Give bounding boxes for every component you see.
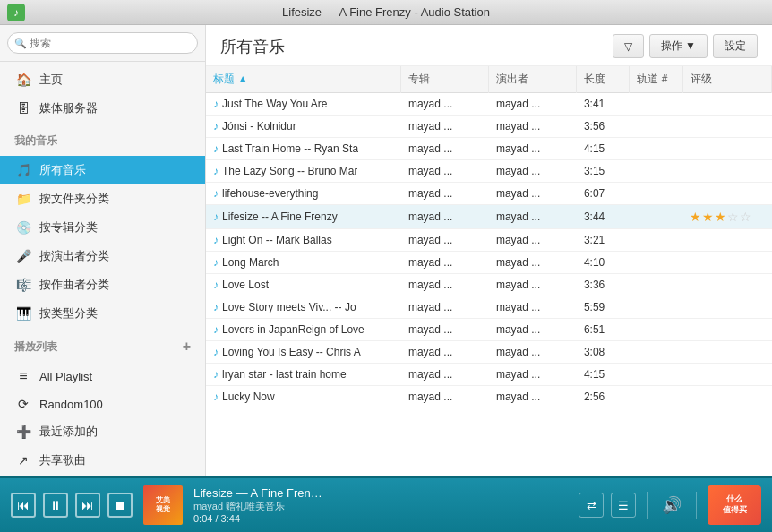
track-rating <box>682 138 771 160</box>
brand-logo: 什么 值得买 <box>708 485 761 525</box>
composer-icon: 🎼 <box>14 278 32 292</box>
search-wrapper: 🔍 <box>7 32 198 54</box>
table-row[interactable]: ♪Loving You Is Easy -- Chris Amayad ...m… <box>206 341 772 364</box>
track-album: mayad ... <box>401 341 489 364</box>
sidebar-item-by-album[interactable]: 💿 按专辑分类 <box>0 213 205 242</box>
track-title: lifehouse-everything <box>222 187 318 200</box>
track-music-icon: ♪ <box>213 256 219 269</box>
search-input[interactable] <box>7 32 198 54</box>
genre-icon: 🎹 <box>14 306 32 321</box>
track-artist: mayad ... <box>489 183 577 205</box>
table-row[interactable]: ♪Jónsi - Kolnidurmayad ...mayad ...3:56 <box>206 116 772 138</box>
col-duration[interactable]: 长度 <box>577 66 630 93</box>
track-artist: mayad ... <box>489 341 577 364</box>
sidebar-item-home[interactable]: 🏠 主页 <box>0 65 205 94</box>
track-title: Love Lost <box>222 279 269 291</box>
col-rating[interactable]: 评级 <box>682 66 771 93</box>
table-row[interactable]: ♪Lucky Nowmayad ...mayad ...2:56 <box>206 386 772 408</box>
sidebar-item-by-artist[interactable]: 🎤 按演出者分类 <box>0 242 205 270</box>
track-album: mayad ... <box>401 386 489 408</box>
track-rating <box>682 116 771 138</box>
track-title: Long March <box>222 256 279 269</box>
track-music-icon: ♪ <box>213 346 219 358</box>
track-artist: mayad ... <box>489 296 577 319</box>
header-buttons: ▽ 操作 ▼ 設定 <box>613 34 758 58</box>
col-title[interactable]: 标题 ▲ <box>206 66 401 93</box>
actions-button[interactable]: 操作 ▼ <box>649 34 708 58</box>
sidebar-item-media-server[interactable]: 🗄 媒体服务器 <box>0 94 205 123</box>
track-music-icon: ♪ <box>213 187 219 200</box>
track-album: mayad ... <box>401 183 489 205</box>
track-number <box>630 319 682 341</box>
all-playlist-icon: ≡ <box>14 368 32 384</box>
table-row[interactable]: ♪lryan star - last train homemayad ...ma… <box>206 364 772 386</box>
track-title: Jónsi - Kolnidur <box>222 120 296 133</box>
sidebar-item-by-folder[interactable]: 📁 按文件夹分类 <box>0 184 205 213</box>
queue-button[interactable]: ☰ <box>611 493 636 518</box>
track-number <box>630 138 682 160</box>
track-artist: mayad ... <box>489 364 577 386</box>
table-row[interactable]: ♪Love Lostmayad ...mayad ...3:36 <box>206 274 772 296</box>
track-album: mayad ... <box>401 116 489 138</box>
table-row[interactable]: ♪Long Marchmayad ...mayad ...4:10 <box>206 252 772 274</box>
track-album: mayad ... <box>401 93 489 116</box>
playlist-label-area: 播放列表 + <box>0 331 205 358</box>
sidebar-item-by-genre[interactable]: 🎹 按类型分类 <box>0 299 205 328</box>
pause-button[interactable]: ⏸ <box>43 493 68 518</box>
track-number <box>630 252 682 274</box>
table-row[interactable]: ♪Lifesize -- A Fine Frenzymayad ...mayad… <box>206 205 772 229</box>
table-row[interactable]: ♪Love Story meets Viv... -- Jomayad ...m… <box>206 296 772 319</box>
track-rating <box>682 319 771 341</box>
table-row[interactable]: ♪Light On -- Mark Ballasmayad ...mayad .… <box>206 229 772 252</box>
my-music-section: 🎵 所有音乐 📁 按文件夹分类 💿 按专辑分类 🎤 按演出者分类 🎼 按作曲者分… <box>0 152 205 331</box>
sidebar-item-shared[interactable]: ↗ 共享歌曲 <box>0 446 205 475</box>
repeat-button[interactable]: ⇄ <box>579 493 604 518</box>
table-row[interactable]: ♪Last Train Home -- Ryan Stamayad ...may… <box>206 138 772 160</box>
col-track[interactable]: 轨道 # <box>630 66 682 93</box>
track-rating <box>682 183 771 205</box>
track-music-icon: ♪ <box>213 165 219 177</box>
title-bar: ♪ Lifesize — A Fine Frenzy - Audio Stati… <box>0 0 772 25</box>
track-artist: mayad ... <box>489 160 577 183</box>
divider <box>647 492 648 519</box>
track-rating <box>682 341 771 364</box>
next-button[interactable]: ⏭ <box>75 493 100 518</box>
by-folder-label: 按文件夹分类 <box>39 191 109 207</box>
volume-button[interactable]: 🔊 <box>662 495 682 515</box>
prev-button[interactable]: ⏮ <box>11 493 36 518</box>
track-rating <box>682 274 771 296</box>
random-icon: ⟳ <box>14 397 32 411</box>
sidebar-item-random100[interactable]: ⟳ Random100 <box>0 390 205 417</box>
filter-button[interactable]: ▽ <box>613 34 644 58</box>
page-title: 所有音乐 <box>220 36 285 57</box>
sidebar-search-area: 🔍 <box>0 25 205 62</box>
stop-button[interactable]: ⏹ <box>107 493 133 518</box>
track-rating <box>682 160 771 183</box>
track-title: lryan star - last train home <box>222 368 347 381</box>
track-title: Lifesize -- A Fine Frenzy <box>222 210 338 223</box>
track-duration: 4:15 <box>577 138 630 160</box>
track-artist: mayad ... <box>489 386 577 408</box>
col-album[interactable]: 专辑 <box>401 66 489 93</box>
track-duration: 3:15 <box>577 160 630 183</box>
settings-button[interactable]: 設定 <box>713 34 758 58</box>
add-playlist-button[interactable]: + <box>183 339 191 355</box>
track-album: mayad ... <box>401 319 489 341</box>
track-artist: mayad ... <box>489 319 577 341</box>
sidebar-item-all-music[interactable]: 🎵 所有音乐 <box>0 156 205 184</box>
album-icon: 💿 <box>14 220 32 235</box>
col-artist[interactable]: 演出者 <box>489 66 577 93</box>
track-rating: ★★★☆☆ <box>682 205 771 229</box>
sidebar-item-recent[interactable]: ➕ 最近添加的 <box>0 417 205 446</box>
track-number <box>630 160 682 183</box>
track-rating <box>682 386 771 408</box>
music-table: 标题 ▲ 专辑 演出者 长度 轨道 # 评级 ♪Just The Way You… <box>206 66 772 476</box>
table-row[interactable]: ♪lifehouse-everythingmayad ...mayad ...6… <box>206 183 772 205</box>
track-duration: 3:41 <box>577 93 630 116</box>
table-row[interactable]: ♪The Lazy Song -- Bruno Marmayad ...maya… <box>206 160 772 183</box>
table-row[interactable]: ♪Just The Way You Aremayad ...mayad ...3… <box>206 93 772 116</box>
sidebar-item-by-composer[interactable]: 🎼 按作曲者分类 <box>0 270 205 299</box>
divider2 <box>696 492 697 519</box>
table-row[interactable]: ♪Lovers in JapanReign of Lovemayad ...ma… <box>206 319 772 341</box>
sidebar-item-all-playlist[interactable]: ≡ All Playlist <box>0 362 205 390</box>
